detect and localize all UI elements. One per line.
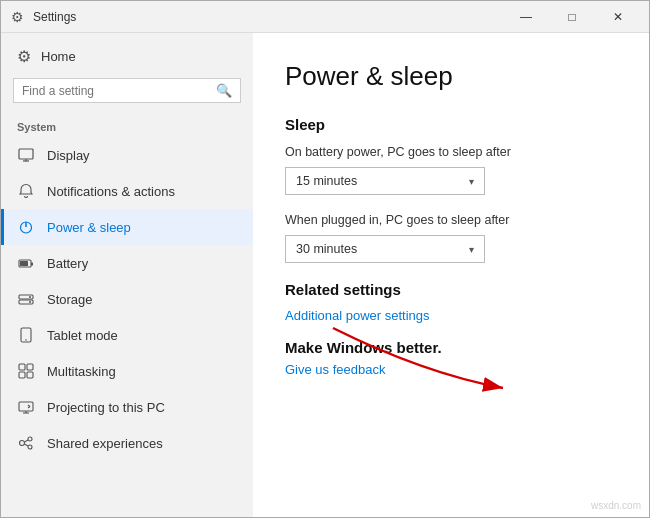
- title-bar-left: ⚙ Settings: [9, 9, 76, 25]
- sidebar-item-power-sleep-label: Power & sleep: [47, 220, 131, 235]
- additional-power-settings-link[interactable]: Additional power settings: [285, 308, 617, 323]
- give-feedback-link[interactable]: Give us feedback: [285, 362, 617, 377]
- annotation-arrow: [253, 33, 649, 517]
- plugged-sleep-label: When plugged in, PC goes to sleep after: [285, 213, 617, 227]
- battery-sleep-dropdown-arrow: ▾: [469, 176, 474, 187]
- sidebar-section-label: System: [1, 115, 253, 137]
- svg-rect-18: [19, 402, 33, 411]
- svg-point-24: [28, 437, 32, 441]
- svg-line-22: [28, 407, 30, 409]
- svg-point-10: [29, 296, 31, 298]
- svg-point-11: [29, 301, 31, 303]
- sidebar-item-tablet-mode[interactable]: Tablet mode: [1, 317, 253, 353]
- page-title: Power & sleep: [285, 61, 617, 92]
- storage-icon: [17, 290, 35, 308]
- window-title: Settings: [33, 10, 76, 24]
- shared-icon: [17, 434, 35, 452]
- plugged-sleep-dropdown[interactable]: 30 minutes ▾: [285, 235, 485, 263]
- sidebar-item-notifications[interactable]: Notifications & actions: [1, 173, 253, 209]
- sidebar-item-tablet-mode-label: Tablet mode: [47, 328, 118, 343]
- battery-sleep-value: 15 minutes: [296, 174, 357, 188]
- plugged-sleep-dropdown-arrow: ▾: [469, 244, 474, 255]
- sidebar-item-shared-experiences[interactable]: Shared experiences: [1, 425, 253, 461]
- make-better-title: Make Windows better.: [285, 339, 617, 356]
- display-icon: [17, 146, 35, 164]
- plugged-sleep-value: 30 minutes: [296, 242, 357, 256]
- sidebar: ⚙ Home 🔍 System Display Not: [1, 33, 253, 517]
- sleep-section-title: Sleep: [285, 116, 617, 133]
- sidebar-item-multitasking-label: Multitasking: [47, 364, 116, 379]
- sidebar-item-multitasking[interactable]: Multitasking: [1, 353, 253, 389]
- projecting-icon: [17, 398, 35, 416]
- minimize-button[interactable]: —: [503, 1, 549, 33]
- svg-point-13: [25, 339, 27, 341]
- window-body: ⚙ Home 🔍 System Display Not: [1, 33, 649, 517]
- svg-line-27: [25, 444, 29, 446]
- close-button[interactable]: ✕: [595, 1, 641, 33]
- svg-point-25: [28, 445, 32, 449]
- svg-rect-14: [19, 364, 25, 370]
- svg-rect-16: [19, 372, 25, 378]
- sidebar-item-display-label: Display: [47, 148, 90, 163]
- notifications-icon: [17, 182, 35, 200]
- sidebar-item-battery[interactable]: Battery: [1, 245, 253, 281]
- sidebar-item-battery-label: Battery: [47, 256, 88, 271]
- settings-window: ⚙ Settings — □ ✕ ⚙ Home 🔍 System: [0, 0, 650, 518]
- sidebar-item-notifications-label: Notifications & actions: [47, 184, 175, 199]
- svg-rect-7: [20, 261, 28, 266]
- sidebar-item-power-sleep[interactable]: Power & sleep: [1, 209, 253, 245]
- sidebar-item-projecting[interactable]: Projecting to this PC: [1, 389, 253, 425]
- window-icon: ⚙: [9, 9, 25, 25]
- svg-rect-6: [31, 263, 33, 266]
- search-input[interactable]: [22, 84, 216, 98]
- sidebar-item-shared-experiences-label: Shared experiences: [47, 436, 163, 451]
- battery-sleep-dropdown[interactable]: 15 minutes ▾: [285, 167, 485, 195]
- battery-sleep-label: On battery power, PC goes to sleep after: [285, 145, 617, 159]
- svg-line-26: [25, 440, 29, 442]
- sidebar-item-storage[interactable]: Storage: [1, 281, 253, 317]
- title-bar-controls: — □ ✕: [503, 1, 641, 33]
- svg-rect-0: [19, 149, 33, 159]
- search-box[interactable]: 🔍: [13, 78, 241, 103]
- sidebar-item-display[interactable]: Display: [1, 137, 253, 173]
- sidebar-home-label: Home: [41, 49, 76, 64]
- main-content: Power & sleep Sleep On battery power, PC…: [253, 33, 649, 517]
- tablet-icon: [17, 326, 35, 344]
- title-bar: ⚙ Settings — □ ✕: [1, 1, 649, 33]
- sidebar-item-projecting-label: Projecting to this PC: [47, 400, 165, 415]
- search-icon: 🔍: [216, 83, 232, 98]
- watermark: wsxdn.com: [591, 500, 641, 511]
- multitasking-icon: [17, 362, 35, 380]
- battery-icon: [17, 254, 35, 272]
- maximize-button[interactable]: □: [549, 1, 595, 33]
- svg-point-23: [20, 441, 25, 446]
- svg-rect-15: [27, 364, 33, 370]
- sidebar-item-storage-label: Storage: [47, 292, 93, 307]
- svg-rect-17: [27, 372, 33, 378]
- power-icon: [17, 218, 35, 236]
- sidebar-home[interactable]: ⚙ Home: [1, 33, 253, 74]
- home-gear-icon: ⚙: [17, 47, 31, 66]
- related-settings-title: Related settings: [285, 281, 617, 298]
